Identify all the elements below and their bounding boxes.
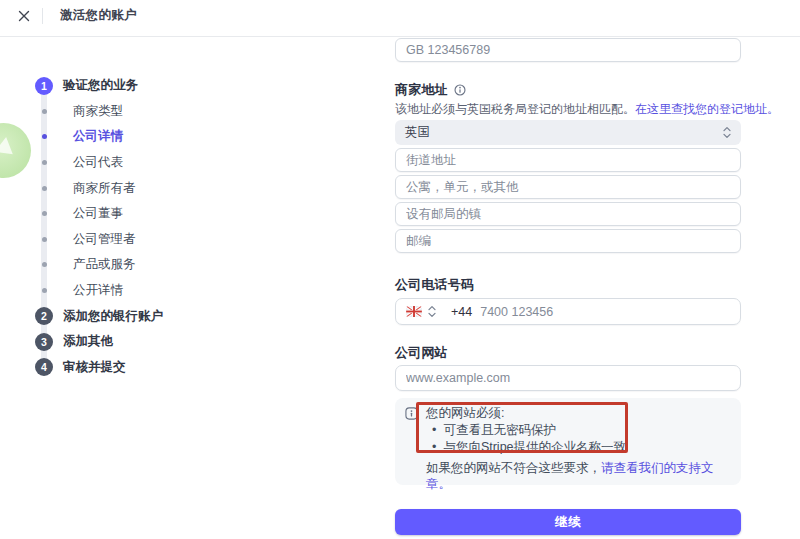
step-add-extras[interactable]: 3 添加其他 bbox=[30, 329, 360, 355]
substep-business-owners[interactable]: 商家所有者 bbox=[30, 175, 360, 201]
postcode-input[interactable] bbox=[395, 229, 741, 253]
phone-country-code: +44 bbox=[451, 305, 472, 319]
unit-input[interactable] bbox=[395, 175, 741, 199]
phone-label: 公司电话号码 bbox=[395, 276, 474, 294]
substep-merchant-type[interactable]: 商家类型 bbox=[30, 99, 360, 125]
step-add-bank-account[interactable]: 2 添加您的银行账户 bbox=[30, 303, 360, 329]
phone-number-input[interactable] bbox=[480, 305, 730, 319]
uk-flag-icon bbox=[406, 306, 422, 317]
substep-company-directors[interactable]: 公司董事 bbox=[30, 201, 360, 227]
info-icon bbox=[454, 84, 466, 96]
substep-dot bbox=[42, 211, 47, 216]
note-title: 您的网站必须: bbox=[426, 405, 729, 422]
continue-button[interactable]: 继续 bbox=[395, 509, 741, 535]
substep-products-services[interactable]: 产品或服务 bbox=[30, 252, 360, 278]
close-icon[interactable] bbox=[14, 6, 34, 26]
post-town-input[interactable] bbox=[395, 202, 741, 226]
chevron-updown-icon bbox=[723, 126, 731, 139]
note-footer-text: 如果您的网站不符合这些要求， bbox=[426, 461, 601, 475]
top-bar: 激活您的账户 bbox=[0, 0, 800, 37]
substep-dot bbox=[42, 237, 47, 242]
address-helper-text: 该地址必须与英国税务局登记的地址相匹配。 bbox=[395, 102, 635, 116]
substep-company-representative[interactable]: 公司代表 bbox=[30, 150, 360, 176]
find-registered-address-link[interactable]: 在这里查找您的登记地址。 bbox=[635, 102, 779, 116]
step-verify-business[interactable]: 1 验证您的业务 bbox=[30, 73, 360, 99]
website-label: 公司网站 bbox=[395, 344, 448, 362]
info-icon bbox=[405, 407, 418, 420]
substep-company-details[interactable]: 公司详情 bbox=[30, 124, 360, 150]
substep-company-executives[interactable]: 公司管理者 bbox=[30, 227, 360, 253]
chevron-updown-icon bbox=[428, 305, 436, 318]
website-input[interactable] bbox=[395, 365, 741, 391]
country-select-value: 英国 bbox=[405, 124, 430, 141]
phone-field[interactable]: +44 bbox=[395, 298, 741, 325]
header-divider bbox=[42, 8, 43, 24]
substep-dot bbox=[42, 186, 47, 191]
note-bullet-2: 与您向Stripe提供的企业名称一致 bbox=[426, 439, 729, 456]
step-review-submit[interactable]: 4 审核并提交 bbox=[30, 355, 360, 381]
substep-dot bbox=[42, 288, 47, 293]
step-1-badge: 1 bbox=[35, 77, 53, 95]
substep-dot bbox=[42, 109, 47, 114]
stepper-sidebar: 1 验证您的业务 商家类型 公司详情 公司代表 商家所有者 公司董事 公司管理者… bbox=[30, 73, 360, 380]
country-select[interactable]: 英国 bbox=[395, 120, 741, 145]
vat-number-input[interactable] bbox=[395, 38, 741, 62]
step-3-badge: 3 bbox=[35, 333, 53, 351]
note-bullet-1: 可查看且无密码保护 bbox=[426, 422, 729, 439]
page-title: 激活您的账户 bbox=[60, 7, 137, 24]
substep-dot bbox=[42, 160, 47, 165]
street-address-input[interactable] bbox=[395, 148, 741, 172]
form-column: 商家地址 该地址必须与英国税务局登记的地址相匹配。在这里查找您的登记地址。 英国… bbox=[395, 38, 741, 535]
screen-overlay-badge bbox=[0, 123, 31, 178]
business-address-label: 商家地址 bbox=[395, 81, 448, 99]
website-requirements-note: 您的网站必须: 可查看且无密码保护 与您向Stripe提供的企业名称一致 如果您… bbox=[395, 398, 741, 485]
substep-public-details[interactable]: 公开详情 bbox=[30, 278, 360, 304]
